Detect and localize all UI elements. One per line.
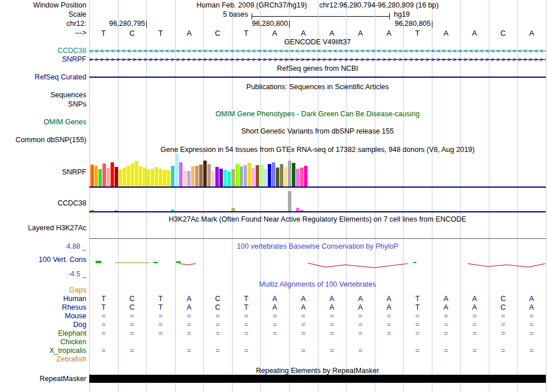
alignment-cell: = xyxy=(232,347,261,355)
alignment-cell: = xyxy=(175,312,204,320)
alignment-cell: A xyxy=(318,295,347,303)
h3k27ac-track[interactable] xyxy=(89,238,546,239)
alignment-cell: = xyxy=(460,321,489,329)
conservation-positive-mark xyxy=(413,262,416,263)
gene-track-snrpf[interactable]: >>>>>>>>>>>>>>>>>>>>>>>>>>>>>>>>>>>>>>>>… xyxy=(89,56,546,63)
alignment-cell: A xyxy=(260,303,289,311)
alignment-cell: A xyxy=(289,295,318,303)
alignment-cell: = xyxy=(118,329,147,337)
genome-browser-view: Window Position Human Feb. 2009 (GRCh37/… xyxy=(0,0,547,392)
gtex-bar xyxy=(123,168,126,187)
gtex-ccdc38-baseline xyxy=(89,211,546,212)
alignment-cell: = xyxy=(318,321,347,329)
base-letter: A xyxy=(318,29,347,37)
gtex-snrpf-baseline xyxy=(89,187,546,188)
alignment-cell: A xyxy=(175,295,204,303)
gencode-title: GENCODE V49lift37 xyxy=(89,38,546,46)
gtex-bar xyxy=(147,169,150,187)
gtex-bar xyxy=(151,169,154,187)
gtex-bar xyxy=(227,172,231,187)
alignment-cell: = xyxy=(260,329,289,337)
gtex-bar xyxy=(211,171,215,187)
gtex-bar xyxy=(175,154,178,187)
alignment-cell: = xyxy=(118,347,147,355)
assembly-title: Human Feb. 2009 (GRCh37/hg19) xyxy=(196,1,307,9)
alignment-cell: = xyxy=(146,329,175,337)
alignment-cell: A xyxy=(460,295,489,303)
alignment-cell: = xyxy=(460,347,489,355)
gtex-bar xyxy=(171,166,174,187)
base-letter: C xyxy=(118,29,147,37)
alignment-cell: = xyxy=(489,329,518,337)
gtex-bar xyxy=(235,164,239,187)
gtex-bar xyxy=(159,169,162,187)
gtex-ccdc38-bars[interactable] xyxy=(89,188,546,211)
gtex-bar xyxy=(215,167,219,187)
scale-bar-right-tick xyxy=(389,13,390,20)
coordinate-tick xyxy=(432,21,432,28)
gtex-bar xyxy=(304,166,307,187)
multiz-row-human[interactable]: HumanTCTACTAAAAATAACA xyxy=(0,295,547,303)
alignment-cell: A xyxy=(318,303,347,311)
alignment-cell: T xyxy=(146,295,175,303)
gtex-bar xyxy=(264,169,267,187)
alignment-cell: = xyxy=(489,347,518,355)
omim-label: OMIM Genes xyxy=(0,118,86,126)
alignment-cell: A xyxy=(517,303,546,311)
multiz-row-dog[interactable]: Dog================ xyxy=(0,321,547,329)
gtex-snrpf-bars[interactable] xyxy=(89,152,546,187)
refseq-gene-track[interactable] xyxy=(89,77,546,78)
multiz-row-rhesus[interactable]: RhesusTCTACTAAAAATAACA xyxy=(0,303,547,312)
alignment-cell: C xyxy=(489,295,518,303)
gtex-bar xyxy=(111,162,114,187)
alignment-cell: A xyxy=(460,303,489,311)
phylop-conservation-track[interactable] xyxy=(89,253,546,274)
alignment-cell: = xyxy=(517,312,546,320)
gtex-bar xyxy=(207,164,211,187)
multiz-row-mouse[interactable]: Mouse================ xyxy=(0,312,547,321)
base-letter: A xyxy=(460,29,489,37)
gtex-bar xyxy=(195,166,199,187)
alignment-cell: A xyxy=(432,303,461,311)
alignment-cell: = xyxy=(375,329,404,337)
gtex-bar xyxy=(280,164,283,187)
gene-direction-arrows: >>>>>>>>>>>>>>>>>>>>>>>>>>>>>>>>>>>>>>>>… xyxy=(89,56,546,63)
gene-direction-arrows: <<<<<<<<<<<<<<<<<<<<<<<<<<<<<<<<<<<<<<<<… xyxy=(89,47,546,55)
gene-track-ccdc38[interactable]: <<<<<<<<<<<<<<<<<<<<<<<<<<<<<<<<<<<<<<<<… xyxy=(89,47,546,55)
conservation-weak-mark xyxy=(115,262,150,263)
gtex-bar xyxy=(288,191,291,211)
alignment-cell: A xyxy=(346,303,375,311)
alignment-cell: = xyxy=(289,347,318,355)
gtex-bar xyxy=(135,161,138,187)
multiz-row-zebrafish[interactable]: Zebrafish xyxy=(0,355,547,364)
alignment-cell: = xyxy=(432,347,461,355)
multiz-row-gaps[interactable]: Gaps xyxy=(0,286,547,295)
species-label-zebrafish: Zebrafish xyxy=(0,355,86,363)
alignment-cell: = xyxy=(203,312,232,320)
gtex-bar xyxy=(223,170,227,187)
multiz-row-x_tropicalis[interactable]: X_tropicalis============= xyxy=(0,347,547,355)
species-label-x_tropicalis: X_tropicalis xyxy=(0,347,86,355)
gene-label-snrpf: SNRPF xyxy=(0,55,86,63)
repeatmasker-track[interactable] xyxy=(89,375,546,383)
alignment-cell: = xyxy=(203,347,232,355)
phylop-title: 100 vertebrates Basewise Conservation by… xyxy=(89,242,546,250)
omim-title: OMIM Gene Phenotypes - Dark Green Can Be… xyxy=(89,110,546,118)
alignment-cell: = xyxy=(260,312,289,320)
base-letter: A xyxy=(346,29,375,37)
alignment-cell: A xyxy=(432,295,461,303)
gtex-bar xyxy=(252,168,255,187)
gtex-bar xyxy=(244,165,247,187)
multiz-row-chicken[interactable]: Chicken xyxy=(0,338,547,347)
multiz-row-elephant[interactable]: Elephant================ xyxy=(0,329,547,338)
gtex-bar xyxy=(199,165,203,187)
base-letter: A xyxy=(375,29,404,37)
base-letter: A xyxy=(260,29,289,37)
species-label-dog: Dog xyxy=(0,321,86,329)
alignment-cell: = xyxy=(175,347,204,355)
gtex-bar xyxy=(240,166,243,187)
alignment-cell: = xyxy=(375,321,404,329)
alignment-cell: A xyxy=(517,295,546,303)
base-sequence-row[interactable]: TCTACTAAAAATAACA xyxy=(89,29,546,37)
gene-label-ccdc38: CCDC38 xyxy=(0,47,86,55)
